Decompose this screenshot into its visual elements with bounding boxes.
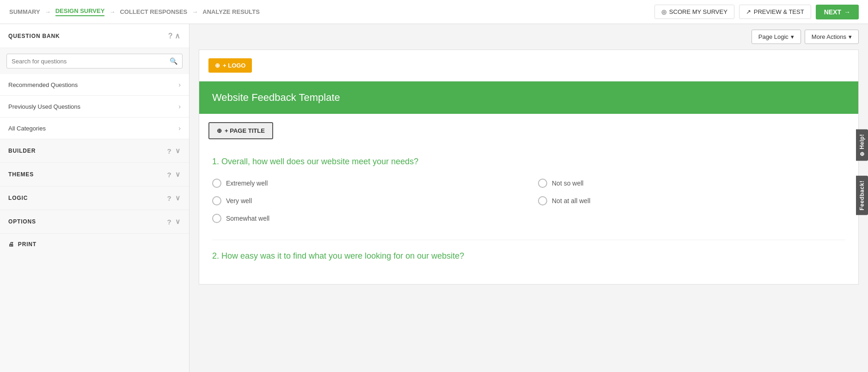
question-bank-header: QUESTION BANK ? ∧ xyxy=(0,24,189,48)
radio-circle xyxy=(538,179,547,188)
question-1-options: Extremely well Not so well Very well Not… xyxy=(212,177,845,225)
options-collapse-icon[interactable]: ∨ xyxy=(175,217,181,226)
option-not-at-all-well[interactable]: Not at all well xyxy=(538,194,845,207)
survey-header-banner: Website Feedback Template xyxy=(199,81,858,114)
collapse-icon[interactable]: ∧ xyxy=(175,32,181,40)
question-1-title: 1. Overall, how well does our website me… xyxy=(212,157,845,167)
logic-help-icon[interactable]: ? xyxy=(167,194,172,202)
main-layout: QUESTION BANK ? ∧ 🔍 Recommended Question… xyxy=(0,24,868,372)
feedback-tab[interactable]: Feedback! xyxy=(856,176,868,215)
question-2-title: 2. How easy was it to find what you were… xyxy=(212,251,845,261)
question-1-block: 1. Overall, how well does our website me… xyxy=(199,148,858,238)
search-input[interactable] xyxy=(12,58,170,65)
radio-circle xyxy=(212,179,221,188)
chevron-right-icon-3: › xyxy=(178,124,181,132)
survey-canvas: ⊕ + LOGO Website Feedback Template ⊕ + P… xyxy=(199,50,859,285)
top-navigation: SUMMARY → DESIGN SURVEY → COLLECT RESPON… xyxy=(0,0,868,24)
add-page-title-button[interactable]: ⊕ + PAGE TITLE xyxy=(208,122,273,139)
search-icon: 🔍 xyxy=(170,57,177,65)
logic-section[interactable]: LOGIC ? ∨ xyxy=(0,186,189,210)
sidebar-question-list: Recommended Questions › Previously Used … xyxy=(0,74,189,139)
nav-arrow-3: → xyxy=(192,8,198,15)
nav-arrow-2: → xyxy=(109,8,115,15)
chevron-right-icon: › xyxy=(178,81,181,88)
nav-arrow-1: → xyxy=(45,8,51,15)
all-categories-item[interactable]: All Categories › xyxy=(0,118,189,139)
radio-circle xyxy=(538,196,547,205)
page-title-plus-icon: ⊕ xyxy=(217,127,222,134)
radio-circle xyxy=(212,214,221,223)
more-actions-dropdown-icon: ▾ xyxy=(849,33,852,40)
arrow-icon: → xyxy=(844,8,850,16)
recommended-questions-item[interactable]: Recommended Questions › xyxy=(0,74,189,96)
nav-analyze-results[interactable]: ANALYZE RESULTS xyxy=(202,8,260,15)
question-divider xyxy=(212,240,845,240)
builder-section[interactable]: BUILDER ? ∨ xyxy=(0,139,189,163)
options-help-icon[interactable]: ? xyxy=(167,218,172,226)
toolbar-row: Page Logic ▾ More Actions ▾ xyxy=(189,24,868,50)
builder-collapse-icon[interactable]: ∨ xyxy=(175,147,181,155)
themes-section[interactable]: THEMES ? ∨ xyxy=(0,163,189,186)
logic-collapse-icon[interactable]: ∨ xyxy=(175,194,181,202)
dropdown-arrow-icon: ▾ xyxy=(791,33,794,40)
next-button[interactable]: NEXT → xyxy=(816,5,859,19)
question-2-block: 2. How easy was it to find what you were… xyxy=(199,242,858,284)
help-icon-tab: ⊕ xyxy=(859,151,865,156)
chevron-right-icon-2: › xyxy=(178,103,181,110)
print-section[interactable]: 🖨 PRINT xyxy=(0,234,189,255)
plus-circle-icon: ⊕ xyxy=(215,62,220,69)
score-icon: ◎ xyxy=(661,8,666,15)
builder-help-icon[interactable]: ? xyxy=(167,147,172,155)
nav-design-survey[interactable]: DESIGN SURVEY xyxy=(55,7,105,16)
sidebar: QUESTION BANK ? ∧ 🔍 Recommended Question… xyxy=(0,24,189,372)
page-logic-button[interactable]: Page Logic ▾ xyxy=(752,30,801,44)
content-area: Page Logic ▾ More Actions ▾ ⊕ + LOGO Web… xyxy=(189,24,868,372)
themes-collapse-icon[interactable]: ∨ xyxy=(175,170,181,179)
question-bank-title: QUESTION BANK xyxy=(8,33,60,39)
options-section[interactable]: OPTIONS ? ∨ xyxy=(0,210,189,234)
themes-help-icon[interactable]: ? xyxy=(167,171,172,179)
preview-test-button[interactable]: ↗ PREVIEW & TEST xyxy=(739,5,811,19)
add-logo-button[interactable]: ⊕ + LOGO xyxy=(208,58,252,73)
previously-used-questions-item[interactable]: Previously Used Questions › xyxy=(0,96,189,118)
more-actions-button[interactable]: More Actions ▾ xyxy=(805,30,859,44)
score-my-survey-button[interactable]: ◎ SCORE MY SURVEY xyxy=(654,5,734,19)
radio-circle xyxy=(212,196,221,205)
option-somewhat-well[interactable]: Somewhat well xyxy=(212,212,520,225)
page-title-area: ⊕ + PAGE TITLE xyxy=(199,114,858,148)
logo-bar: ⊕ + LOGO xyxy=(199,50,858,81)
nav-summary[interactable]: SUMMARY xyxy=(9,8,40,15)
print-icon: 🖨 xyxy=(8,241,14,248)
question-bank-icons: ? ∧ xyxy=(168,31,181,40)
help-tab[interactable]: ⊕ Help! xyxy=(856,130,868,161)
survey-title: Website Feedback Template xyxy=(212,92,340,103)
option-very-well[interactable]: Very well xyxy=(212,194,520,207)
preview-icon: ↗ xyxy=(746,8,751,15)
option-extremely-well[interactable]: Extremely well xyxy=(212,177,520,190)
option-not-so-well[interactable]: Not so well xyxy=(538,177,845,190)
nav-collect-responses[interactable]: COLLECT RESPONSES xyxy=(120,8,187,15)
search-bar: 🔍 xyxy=(6,54,183,68)
help-icon[interactable]: ? xyxy=(168,32,173,40)
